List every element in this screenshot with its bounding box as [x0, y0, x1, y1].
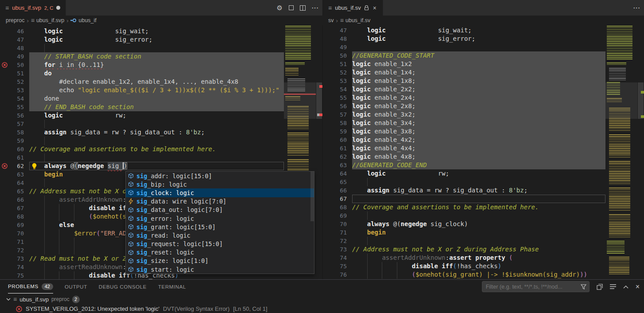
code-line[interactable]: 48 logic sig_error;: [323, 35, 644, 43]
code-line[interactable]: 49 // START_BASH code section: [0, 52, 322, 61]
code-line[interactable]: 54logic enable_2x2;: [323, 85, 644, 94]
line-number: 59: [10, 137, 24, 145]
code-line[interactable]: 46 logic sig_wait;: [0, 27, 322, 35]
more-actions-icon[interactable]: ···: [312, 4, 319, 11]
more-actions-icon[interactable]: ···: [633, 4, 640, 11]
code-line[interactable]: 62logic enable_4x8;: [323, 153, 644, 161]
layout-icon[interactable]: [289, 5, 294, 10]
lightbulb-icon[interactable]: [31, 163, 38, 172]
panel-tab-output[interactable]: OUTPUT: [65, 280, 87, 293]
code-line[interactable]: 67: [323, 195, 644, 203]
code-line[interactable]: 57: [0, 120, 322, 128]
suggest-item-sig_data_out[interactable]: sig_data_out: logic[7:0]: [126, 206, 314, 214]
panel-tab-terminal[interactable]: TERMINAL: [158, 280, 186, 293]
code-line[interactable]: 70 always @(negedge sig_clock): [323, 220, 644, 228]
code-line[interactable]: 47 logic sig_error;: [0, 35, 322, 44]
code-line[interactable]: 72: [323, 237, 644, 245]
breadcrumb-file[interactable]: ≡ubus_if.svp: [31, 17, 64, 23]
split-editor-icon[interactable]: [300, 5, 306, 11]
line-number: 64: [10, 179, 24, 187]
suggest-item-sig_request[interactable]: sig_request: logic[15:0]: [126, 240, 314, 248]
code-line[interactable]: 71 begin: [323, 228, 644, 237]
code-line[interactable]: 55logic enable_2x4;: [323, 94, 644, 102]
code-line[interactable]: 55 // END_BASH code section: [0, 103, 322, 111]
suggest-item-sig_size[interactable]: sig_size: logic[1:0]: [126, 257, 314, 265]
code-line[interactable]: 63//GENERATED_CODE_END: [323, 161, 644, 169]
tab-ubus-if-svp[interactable]: ≡ ubus_if.svp 2, C: [0, 0, 66, 16]
gutter: [0, 221, 10, 229]
suggest-item-sig_reset[interactable]: sig_reset: logic: [126, 248, 314, 257]
code-line[interactable]: 47 logic sig_wait;: [323, 26, 644, 35]
suggest-item-sig_read[interactable]: sig_read: logic: [126, 231, 314, 239]
tab-ubus-if-sv[interactable]: ≡ ubus_if.sv ×: [323, 0, 383, 16]
code-line[interactable]: 52 #declare enable_1x2, enable_1x4, ...,…: [0, 78, 322, 86]
code-line[interactable]: 58 assign sig_data = rw ? sig_data_out :…: [0, 128, 322, 137]
code-line[interactable]: 56logic enable_2x8;: [323, 102, 644, 110]
code-line[interactable]: 61logic enable_4x4;: [323, 144, 644, 153]
view-as-table-icon[interactable]: [610, 284, 616, 289]
code-line[interactable]: 73// Address must not be X or Z during A…: [323, 245, 644, 254]
suggest-widget: sig_addr: logic[15:0]sig_bip: logicsig_c…: [125, 171, 314, 274]
code-line[interactable]: 49: [323, 43, 644, 51]
code-line[interactable]: 59: [0, 137, 322, 145]
gutter: [0, 246, 10, 254]
problem-error-row[interactable]: SYSTEM_VERILOG_2012: Unexpected token 'l…: [0, 304, 644, 313]
vscode-window: ≡ ubus_if.svp 2, C ⚙ ··· ≡ ubus_if.sv ×: [0, 0, 644, 313]
code-line[interactable]: 57logic enable_3x2;: [323, 110, 644, 119]
code-line[interactable]: 60// Coverage and assertions to be imple…: [0, 145, 322, 153]
code-line[interactable]: 64 logic rw;: [323, 169, 644, 178]
code-line[interactable]: 50 for i in {0..11}: [0, 61, 322, 69]
line-number: 59: [333, 127, 347, 136]
code-line[interactable]: 51logic enable_1x2: [323, 60, 644, 68]
minimap[interactable]: [605, 25, 637, 279]
suggest-item-sig_grant[interactable]: sig_grant: logic[15:0]: [126, 223, 314, 231]
breadcrumb-folder[interactable]: sv: [328, 17, 334, 23]
code-line[interactable]: 66 assign sig_data = rw ? sig_data_out :…: [323, 186, 644, 195]
suggest-item-sig_error[interactable]: sig_error: logic: [126, 214, 314, 223]
code-line[interactable]: 52logic enable_1x4;: [323, 68, 644, 77]
code-line[interactable]: 48: [0, 44, 322, 52]
breadcrumb-symbol[interactable]: ubus_if: [70, 17, 96, 23]
code-line[interactable]: 60logic enable_4x2;: [323, 136, 644, 144]
close-panel-icon[interactable]: ×: [636, 283, 640, 291]
suggest-scrollbar[interactable]: [310, 172, 314, 221]
collapse-all-icon[interactable]: [597, 284, 603, 290]
suggest-item-sig_start[interactable]: sig_start: logic: [126, 265, 314, 274]
code-line[interactable]: 54 done: [0, 94, 322, 103]
breadcrumb-file[interactable]: ≡ubus_if.sv: [340, 17, 370, 23]
line-number: 47: [10, 35, 24, 44]
panel-tab-debug-console[interactable]: DEBUG CONSOLE: [99, 280, 147, 293]
code-line[interactable]: 51 do: [0, 69, 322, 78]
problems-filter[interactable]: [482, 281, 590, 292]
problems-file-row[interactable]: ≡ ubus_if.svp preproc 2: [0, 294, 644, 304]
vertical-scrollbar[interactable]: [316, 25, 322, 279]
code-line[interactable]: 75 disable iff(!has_checks): [323, 262, 644, 270]
code-line[interactable]: 62 always @(negedge sig_): [0, 162, 322, 170]
code-line[interactable]: 56 logic rw;: [0, 111, 322, 120]
suggest-item-sig_data[interactable]: sig_data: wire logic[7:0]: [126, 197, 314, 206]
suggest-item-sig_bip[interactable]: sig_bip: logic: [126, 180, 314, 188]
code-line[interactable]: 74 assertAddrUnknown:assert property (: [323, 254, 644, 262]
vertical-scrollbar[interactable]: [637, 25, 644, 279]
suggest-item-sig_addr[interactable]: sig_addr: logic[15:0]: [126, 172, 314, 180]
code-line[interactable]: 59logic enable_3x8;: [323, 127, 644, 136]
code-line[interactable]: 69: [323, 211, 644, 220]
maximize-panel-icon[interactable]: [623, 285, 628, 289]
code-line[interactable]: 58logic enable_3x4;: [323, 119, 644, 127]
code-line[interactable]: 53 echo "logic enable_$(($i / 3 + 1))x$(…: [0, 86, 322, 94]
code-line[interactable]: 65: [323, 178, 644, 186]
editor-right[interactable]: 47 logic sig_wait;48 logic sig_error;495…: [322, 25, 644, 279]
breadcrumb-folder[interactable]: preproc: [6, 17, 24, 23]
indent-guide: [59, 271, 59, 279]
code-line[interactable]: 76 ($onehot(sig_grant) |-> !$isunknown(s…: [323, 270, 644, 279]
filter-input[interactable]: [486, 284, 581, 290]
code-line[interactable]: 53logic enable_1x8;: [323, 77, 644, 85]
code-line[interactable]: 68// Coverage and assertions to be imple…: [323, 203, 644, 211]
settings-icon[interactable]: ⚙: [277, 4, 283, 11]
close-icon[interactable]: ×: [372, 4, 377, 12]
code-line[interactable]: 50//GENERATED_CODE_START: [323, 51, 644, 60]
editor-left[interactable]: 46 logic sig_wait;47 logic sig_error;484…: [0, 25, 322, 279]
code-line[interactable]: 61: [0, 153, 322, 162]
suggest-item-sig_clock[interactable]: sig_clock: logic: [126, 188, 314, 197]
panel-tab-problems[interactable]: PROBLEMS42: [8, 280, 53, 293]
